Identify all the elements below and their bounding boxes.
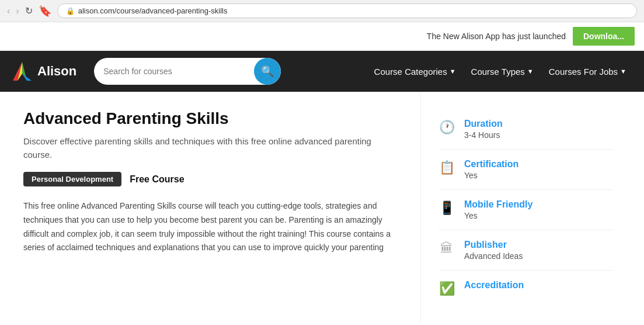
banner-message: The New Alison App has just launched bbox=[427, 32, 566, 41]
browser-bar: ‹ › ↻ 🔖 🔒 alison.com/course/advanced-par… bbox=[0, 0, 644, 22]
course-tags: Personal Development Free Course bbox=[23, 172, 397, 186]
sidebar-duration-info: Duration 3-4 Hours bbox=[464, 119, 503, 140]
search-bar: 🔍 bbox=[94, 58, 281, 85]
sidebar-item-certification: 📋 Certification Yes bbox=[438, 150, 613, 190]
duration-label[interactable]: Duration bbox=[464, 119, 503, 129]
course-title: Advanced Parenting Skills bbox=[23, 109, 397, 128]
personal-development-tag[interactable]: Personal Development bbox=[23, 172, 121, 186]
top-banner: The New Alison App has just launched Dow… bbox=[0, 22, 644, 51]
sidebar: 🕐 Duration 3-4 Hours 📋 Certification Yes… bbox=[420, 92, 631, 323]
search-icon: 🔍 bbox=[261, 65, 274, 78]
url-bar[interactable]: 🔒 alison.com/course/advanced-parenting-s… bbox=[57, 4, 637, 18]
certification-value: Yes bbox=[464, 171, 518, 180]
nav-links: Course Categories ▼ Course Types ▼ Cours… bbox=[368, 62, 632, 81]
free-label: Free Course bbox=[130, 174, 184, 185]
accreditation-icon: ✅ bbox=[438, 281, 455, 296]
nav-course-types-label: Course Types bbox=[471, 67, 525, 77]
sidebar-accreditation-info: Accreditation bbox=[464, 280, 524, 292]
url-text: alison.com/course/advanced-parenting-ski… bbox=[78, 6, 228, 15]
bookmark-button[interactable]: 🔖 bbox=[39, 5, 51, 18]
main-nav: Alison 🔍 Course Categories ▼ Course Type… bbox=[0, 51, 644, 92]
main-content: Advanced Parenting Skills Discover effec… bbox=[0, 92, 420, 323]
sidebar-item-publisher: 🏛 Publisher Advanced Ideas bbox=[438, 230, 613, 271]
sidebar-item-duration: 🕐 Duration 3-4 Hours bbox=[438, 109, 613, 150]
course-subtitle: Discover effective parenting skills and … bbox=[23, 135, 397, 161]
logo-text: Alison bbox=[37, 64, 76, 79]
search-input[interactable] bbox=[94, 61, 254, 82]
sidebar-item-mobile-friendly: 📱 Mobile Friendly Yes bbox=[438, 190, 613, 230]
sidebar-mobile-info: Mobile Friendly Yes bbox=[464, 199, 532, 220]
forward-button[interactable]: › bbox=[16, 6, 19, 16]
nav-course-types[interactable]: Course Types ▼ bbox=[465, 62, 539, 81]
chevron-down-icon: ▼ bbox=[527, 68, 534, 75]
lock-icon: 🔒 bbox=[66, 7, 75, 15]
refresh-button[interactable]: ↻ bbox=[25, 5, 33, 16]
nav-course-categories-label: Course Categories bbox=[374, 67, 447, 77]
chevron-down-icon: ▼ bbox=[450, 68, 456, 75]
sidebar-item-accreditation: ✅ Accreditation bbox=[438, 271, 613, 306]
publisher-label[interactable]: Publisher bbox=[464, 240, 523, 250]
logo[interactable]: Alison bbox=[12, 61, 76, 82]
back-button[interactable]: ‹ bbox=[7, 6, 10, 16]
nav-courses-for-jobs[interactable]: Courses For Jobs ▼ bbox=[543, 62, 632, 81]
mobile-icon: 📱 bbox=[438, 200, 455, 216]
certification-label[interactable]: Certification bbox=[464, 159, 518, 170]
alison-logo-icon bbox=[12, 61, 33, 82]
mobile-friendly-label[interactable]: Mobile Friendly bbox=[464, 199, 532, 210]
page-body: Advanced Parenting Skills Discover effec… bbox=[0, 92, 644, 323]
sidebar-certification-info: Certification Yes bbox=[464, 159, 518, 180]
chevron-down-icon: ▼ bbox=[620, 68, 626, 75]
course-description: This free online Advanced Parenting Skil… bbox=[23, 199, 397, 255]
search-button[interactable]: 🔍 bbox=[254, 58, 281, 85]
duration-value: 3-4 Hours bbox=[464, 130, 503, 140]
nav-courses-for-jobs-label: Courses For Jobs bbox=[549, 67, 618, 77]
accreditation-label[interactable]: Accreditation bbox=[464, 280, 524, 291]
sidebar-publisher-info: Publisher Advanced Ideas bbox=[464, 240, 523, 261]
publisher-value: Advanced Ideas bbox=[464, 251, 523, 261]
clock-icon: 🕐 bbox=[438, 120, 455, 135]
svg-marker-3 bbox=[22, 74, 32, 81]
nav-course-categories[interactable]: Course Categories ▼ bbox=[368, 62, 462, 81]
download-button[interactable]: Downloa... bbox=[573, 27, 635, 46]
certification-icon: 📋 bbox=[438, 160, 455, 175]
publisher-icon: 🏛 bbox=[438, 241, 455, 256]
mobile-friendly-value: Yes bbox=[464, 211, 532, 220]
